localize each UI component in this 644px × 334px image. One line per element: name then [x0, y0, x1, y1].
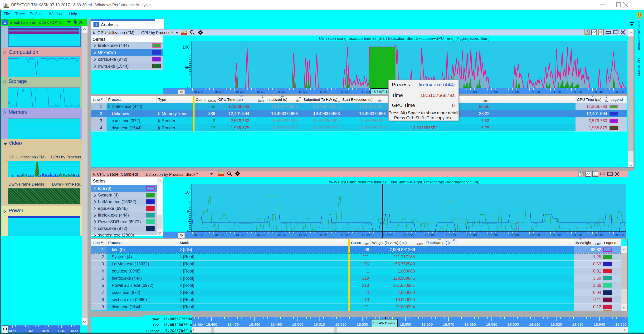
svg-text:18.580: 18.580: [467, 233, 477, 237]
svg-text:18.520: 18.520: [341, 233, 350, 237]
svg-text:18.500: 18.500: [292, 322, 304, 326]
svg-text:5: 5: [187, 209, 190, 214]
svg-text:18.590: 18.590: [486, 322, 498, 326]
svg-text:18.55: 18.55: [42, 329, 49, 332]
svg-text:50: 50: [185, 65, 190, 70]
svg-text:18.490: 18.490: [278, 90, 287, 94]
svg-text:18.580: 18.580: [464, 322, 476, 326]
svg-text:100: 100: [182, 45, 190, 50]
svg-text:18.470: 18.470: [236, 90, 245, 94]
svg-text:18.480: 18.480: [256, 90, 266, 94]
svg-text:18.450: 18.450: [193, 90, 203, 94]
svg-text:18.630: 18.630: [572, 90, 582, 94]
svg-text:18.510: 18.510: [314, 322, 325, 326]
svg-text:18.530: 18.530: [357, 322, 368, 326]
svg-text:18.650: 18.650: [614, 233, 624, 237]
svg-text:18.600: 18.600: [508, 322, 519, 326]
svg-text:18.460: 18.460: [214, 90, 224, 94]
svg-text:18.650: 18.650: [615, 322, 627, 326]
svg-text:18.500: 18.500: [299, 233, 308, 237]
svg-text:18.530: 18.530: [362, 233, 372, 237]
svg-text:18.580: 18.580: [467, 90, 477, 94]
svg-text:18.640: 18.640: [593, 90, 603, 94]
svg-text:18.480: 18.480: [249, 322, 260, 326]
svg-text:18.450: 18.450: [193, 233, 203, 237]
svg-text:18.460: 18.460: [214, 233, 224, 237]
svg-text:18.600: 18.600: [509, 90, 519, 94]
svg-text:18.610: 18.610: [530, 233, 540, 237]
svg-text:18.560: 18.560: [422, 322, 433, 326]
svg-text:18.560: 18.560: [425, 233, 435, 237]
svg-text:18.550: 18.550: [400, 322, 411, 326]
svg-text:18.510: 18.510: [320, 233, 329, 237]
svg-text:18.470: 18.470: [227, 322, 239, 326]
svg-text:18.520: 18.520: [341, 90, 350, 94]
svg-text:18.65: 18.65: [70, 329, 78, 332]
svg-text:18.500: 18.500: [299, 90, 308, 94]
svg-text:18.640: 18.640: [593, 233, 603, 237]
svg-text:18.460: 18.460: [206, 322, 217, 326]
svg-text:18.470: 18.470: [236, 233, 245, 237]
svg-text:18.640: 18.640: [594, 322, 605, 326]
svg-text:18.600: 18.600: [509, 233, 519, 237]
svg-text:18.510: 18.510: [320, 90, 329, 94]
svg-text:18.50: 18.50: [25, 329, 33, 332]
svg-text:18.490: 18.490: [278, 233, 287, 237]
svg-text:18.620: 18.620: [551, 233, 561, 237]
svg-text:18.610: 18.610: [530, 90, 540, 94]
svg-text:18.570: 18.570: [443, 322, 454, 326]
svg-text:18.650: 18.650: [614, 90, 624, 94]
svg-text:18.620: 18.620: [550, 322, 562, 326]
svg-text:18.530: 18.530: [362, 90, 372, 94]
svg-text:18.590: 18.590: [488, 233, 498, 237]
svg-text:18.630: 18.630: [572, 322, 584, 326]
svg-text:18.570: 18.570: [446, 233, 456, 237]
svg-text:10: 10: [185, 190, 190, 195]
svg-text:18.45: 18.45: [8, 329, 16, 332]
svg-text:18.450: 18.450: [193, 323, 202, 326]
svg-text:18.630: 18.630: [572, 233, 582, 237]
svg-text:18.550: 18.550: [404, 233, 414, 237]
svg-text:18.540: 18.540: [383, 233, 393, 237]
svg-text:18.490: 18.490: [271, 322, 282, 326]
svg-text:18.610: 18.610: [529, 322, 540, 326]
svg-text:18.60: 18.60: [58, 329, 66, 332]
svg-text:18.520: 18.520: [335, 322, 346, 326]
svg-text:18.480: 18.480: [256, 233, 266, 237]
svg-text:18.590: 18.590: [488, 90, 498, 94]
svg-text:18.620: 18.620: [551, 90, 561, 94]
